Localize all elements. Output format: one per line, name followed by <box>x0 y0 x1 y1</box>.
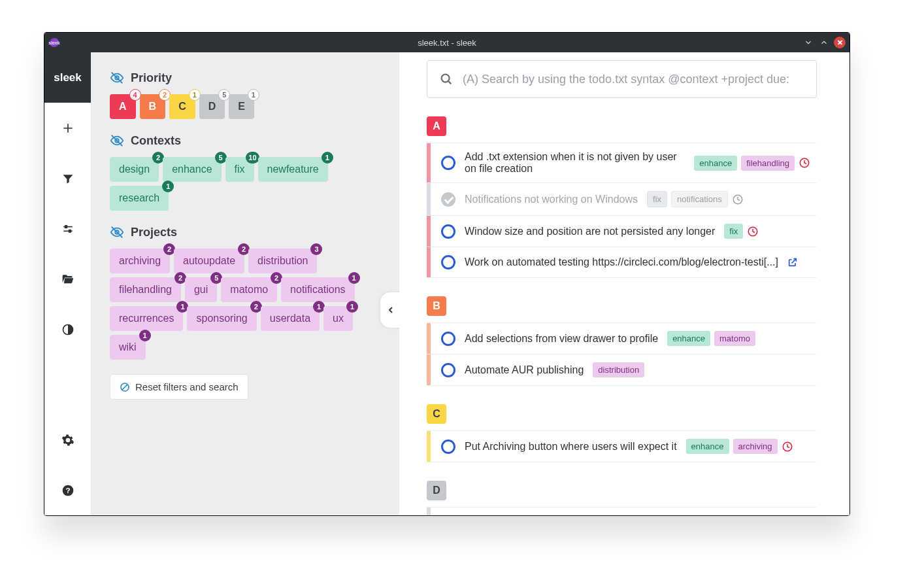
todo-context-tag[interactable]: fix <box>724 224 743 239</box>
todo-row[interactable]: Fix pacman build on Github CIfixdistribu… <box>427 508 817 515</box>
group-header-A: A <box>427 116 446 136</box>
priority-tag-A[interactable]: A4 <box>110 94 136 119</box>
due-clock-icon <box>732 194 744 205</box>
todo-groups: AAdd .txt extension when it is not given… <box>427 98 817 515</box>
todo-checkbox[interactable] <box>441 332 455 346</box>
todo-checkbox[interactable] <box>441 439 455 454</box>
project-tag-notifications[interactable]: notifications1 <box>281 277 355 302</box>
theme-button[interactable] <box>44 304 91 354</box>
todo-row[interactable]: Window size and position are not persist… <box>427 216 817 247</box>
contexts-section-title: Contexts <box>110 133 381 148</box>
minimize-button[interactable] <box>802 37 814 48</box>
todo-checkbox[interactable] <box>441 363 455 377</box>
nav-rail: sleek ? <box>44 52 91 515</box>
todo-checkbox[interactable] <box>441 156 455 170</box>
todo-row[interactable]: Notifications not working on Windowsfixn… <box>427 183 817 216</box>
contrast-icon <box>61 323 74 336</box>
project-tag-sponsoring[interactable]: sponsoring2 <box>187 306 256 331</box>
project-tag-distribution[interactable]: distribution3 <box>248 249 317 273</box>
context-tag-research[interactable]: research1 <box>110 186 169 211</box>
todo-tags <box>787 257 798 267</box>
help-button[interactable]: ? <box>44 465 91 515</box>
plus-icon <box>61 122 74 135</box>
title-bar[interactable]: sleek sleek.txt - sleek <box>44 33 850 52</box>
view-settings-button[interactable] <box>44 203 91 254</box>
svg-point-15 <box>442 75 450 82</box>
project-tag-userdata[interactable]: userdata1 <box>261 306 320 331</box>
todo-context-tag[interactable]: enhance <box>667 331 710 346</box>
todo-row[interactable]: Add .txt extension when it is not given … <box>427 143 817 183</box>
context-tag-design[interactable]: design2 <box>110 157 159 182</box>
todo-checkbox[interactable] <box>441 255 455 269</box>
project-tag-archiving[interactable]: archiving2 <box>110 249 170 273</box>
priority-tag-D[interactable]: D5 <box>199 94 225 119</box>
project-tag-ux[interactable]: ux1 <box>323 306 353 331</box>
gear-icon <box>61 434 74 447</box>
project-count: 1 <box>139 330 151 341</box>
project-tag-matomo[interactable]: matomo2 <box>221 277 277 302</box>
todo-row[interactable]: Add selections from view drawer to profi… <box>427 323 817 354</box>
close-button[interactable] <box>834 37 846 48</box>
todo-tags: enhancematomo <box>667 331 755 346</box>
todo-text: Add selections from view drawer to profi… <box>465 333 658 345</box>
filter-button[interactable] <box>44 153 91 203</box>
project-tag-gui[interactable]: gui5 <box>185 277 217 302</box>
eye-off-icon[interactable] <box>110 133 124 148</box>
search-icon <box>439 72 454 86</box>
project-tag-wiki[interactable]: wiki1 <box>110 335 146 360</box>
due-clock-icon <box>799 157 810 169</box>
external-link-icon[interactable] <box>787 257 798 267</box>
filter-pane: Priority A4B2C1D5E1 Contexts design2enha… <box>91 52 399 515</box>
context-tag-enhance[interactable]: enhance5 <box>163 157 221 182</box>
todo-context-tag[interactable]: fix <box>647 191 667 207</box>
todo-project-tag[interactable]: distribution <box>593 362 644 377</box>
todo-row[interactable]: Work on automated testing https://circle… <box>427 247 817 278</box>
search-input[interactable]: (A) Search by using the todo.txt syntax … <box>427 60 817 98</box>
priority-tag-E[interactable]: E1 <box>229 94 254 119</box>
svg-rect-3 <box>69 230 71 232</box>
eye-off-icon[interactable] <box>110 225 124 239</box>
todo-row[interactable]: Automate AUR publishingdistribution <box>427 354 817 386</box>
todo-list-A: Add .txt extension when it is not given … <box>427 143 817 278</box>
todo-project-tag[interactable]: notifications <box>671 191 728 207</box>
group-header-B: B <box>427 296 446 316</box>
context-tags: design2enhance5fix10newfeature1research1 <box>110 157 381 211</box>
context-count: 10 <box>246 152 259 164</box>
add-todo-button[interactable] <box>44 103 91 153</box>
sliders-icon <box>61 222 74 235</box>
priority-tags: A4B2C1D5E1 <box>110 94 381 119</box>
todo-checkbox[interactable] <box>441 224 455 239</box>
open-file-button[interactable] <box>44 254 91 304</box>
rail-brand: sleek <box>44 52 91 103</box>
project-count: 1 <box>348 272 360 284</box>
todo-text: Notifications not working on Windows <box>465 194 638 205</box>
context-tag-fix[interactable]: fix10 <box>225 157 254 182</box>
todo-text: Put Archiving button where users will ex… <box>465 441 677 453</box>
maximize-button[interactable] <box>818 37 830 48</box>
window-title: sleek.txt - sleek <box>44 38 850 48</box>
todo-project-tag[interactable]: archiving <box>733 439 778 454</box>
eye-off-icon[interactable] <box>110 71 124 85</box>
window-controls <box>802 37 850 48</box>
filter-icon <box>61 172 74 185</box>
todo-context-tag[interactable]: enhance <box>694 156 737 171</box>
priority-tag-C[interactable]: C1 <box>169 94 195 119</box>
project-tag-autoupdate[interactable]: autoupdate2 <box>174 249 244 273</box>
collapse-filter-pane-button[interactable] <box>380 292 399 328</box>
project-tag-filehandling[interactable]: filehandling2 <box>110 277 181 302</box>
project-tag-recurrences[interactable]: recurrences1 <box>110 306 183 331</box>
settings-button[interactable] <box>44 415 91 465</box>
priority-count: 1 <box>248 89 259 101</box>
context-tag-newfeature[interactable]: newfeature1 <box>258 157 328 182</box>
todo-checkbox[interactable] <box>441 192 455 207</box>
due-clock-icon <box>747 226 759 237</box>
logo-dot: sleek <box>50 38 59 47</box>
priority-count: 4 <box>129 89 141 101</box>
priority-tag-B[interactable]: B2 <box>140 94 166 119</box>
app-window: sleek sleek.txt - sleek sleek <box>44 32 850 516</box>
reset-filters-button[interactable]: Reset filters and search <box>110 374 248 400</box>
todo-row[interactable]: Put Archiving button where users will ex… <box>427 431 817 462</box>
todo-project-tag[interactable]: filehandling <box>741 156 795 171</box>
todo-context-tag[interactable]: enhance <box>686 439 729 454</box>
todo-project-tag[interactable]: matomo <box>714 331 755 346</box>
